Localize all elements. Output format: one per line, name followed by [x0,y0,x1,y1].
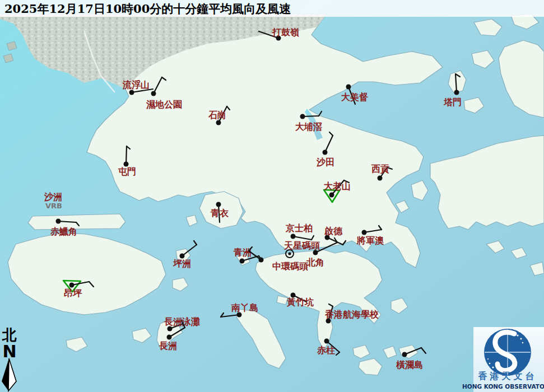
station-label: 北角 [306,257,324,268]
station-label: 大埔滘 [295,122,322,132]
station-dot [378,176,383,181]
station-label: 黃竹坑 [286,297,314,307]
compass-north-letter: N [2,342,16,361]
title-bar: 2025年12月17日10時00分的十分鐘平均風向及風速 [0,0,544,17]
station-dot [69,283,75,288]
station-label: 流浮山 [122,80,150,90]
compass: 北 N [2,326,17,391]
station-label: 赤鱲角 [50,226,77,237]
station-dot [362,230,367,235]
station-label: 石崗 [208,110,226,120]
station-label: 天星碼頭 [283,240,320,251]
station-sublabel: VRB [45,202,62,210]
station-label: 青衣 [210,208,229,218]
station-label: 赤柱 [317,345,335,356]
station-label: 坪洲 [173,258,191,269]
station-label: 京士柏 [285,223,313,234]
station-dot [259,258,264,263]
compass-north-cjk: 北 [2,326,17,343]
station-dot [129,90,134,95]
map-title: 2025年12月17日10時00分的十分鐘平均風向及風速 [4,2,291,16]
station-dot [56,219,61,224]
station-dot [167,335,172,340]
station-label: 啟德 [324,226,343,236]
hko-logo: 香港天文台 HONG KONG OBSERVATORY [462,327,544,392]
station-dot [288,252,291,255]
station-dot [402,352,407,357]
station-dot [240,259,245,264]
station-dot [329,193,334,198]
station-dot [300,114,305,119]
station-label: 將軍澳 [356,235,384,246]
wind-barb-shaft [126,146,127,164]
station-label: 中環碼頭 [272,261,308,272]
logo-name-chinese: 香港天文台 [478,371,537,381]
station-label: 長洲 [159,340,177,351]
station-dot [216,202,221,207]
station-label: 大老山 [324,181,351,192]
station-dot [346,85,351,90]
station-label: 青洲 [233,247,252,258]
station-label: 沙洲 [44,192,62,202]
station-label: 南丫島 [231,302,258,313]
station-dot [454,90,459,95]
station-dot [324,339,329,344]
logo-name-english: HONG KONG OBSERVATORY [462,383,544,390]
station-label: 打鼓嶺 [272,27,299,38]
station-dot [291,234,296,239]
station-label: 塔門 [443,97,462,108]
station-label: 西貢 [371,164,389,174]
station-dot [151,91,156,96]
station-label: 橫瀾島 [396,360,423,370]
station-label: 大美督 [341,92,369,102]
station-dot [216,120,221,125]
station-label: 昂坪 [64,288,82,298]
station-dot [323,150,328,155]
station-dot [313,250,318,255]
station-label: 沙田 [316,157,334,167]
hko-wind-map: 打鼓嶺流浮山濕地公園石崗大美督塔門大埔滘沙田西貢大老山屯門沙洲VRB赤鱲角青衣坪… [0,0,544,392]
station-label: 濕地公園 [146,99,182,110]
station-label: 香港航海學校 [324,309,379,320]
station-label: 屯門 [118,166,136,177]
station-sha-chau: 沙洲VRB [44,192,62,210]
station-label: 長洲泳灘 [164,316,200,327]
map-canvas: 打鼓嶺流浮山濕地公園石崗大美督塔門大埔滘沙田西貢大老山屯門沙洲VRB赤鱲角青衣坪… [0,0,544,392]
